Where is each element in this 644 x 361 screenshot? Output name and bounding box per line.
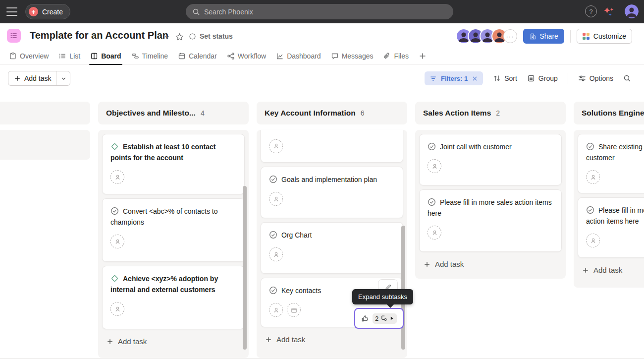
tab-label: Files [394, 52, 409, 60]
task-title-text: Joint call with customer [440, 143, 512, 151]
column-task-count: 2 [496, 109, 500, 117]
divider [570, 30, 571, 43]
partial-column-header [0, 102, 90, 124]
task-check-icon [428, 142, 436, 151]
assignee-placeholder[interactable] [110, 235, 124, 248]
board-column: Sales Action Items2Joint call with custo… [415, 102, 566, 124]
assignee-placeholder[interactable] [269, 303, 283, 317]
plus-icon [582, 267, 589, 274]
assignee-placeholder[interactable] [110, 302, 124, 316]
column-add-task-button[interactable]: Add task [265, 335, 403, 344]
caret-right-icon [389, 316, 394, 321]
set-status-button[interactable]: Set status [189, 32, 233, 40]
task-card[interactable]: Please fill in more sales action items h… [419, 189, 562, 252]
tab-files[interactable]: Files [378, 48, 414, 64]
sort-button[interactable]: Sort [493, 74, 517, 82]
tab-label: Dashboard [287, 52, 321, 60]
filter-icon [429, 75, 437, 82]
customize-label: Customize [593, 32, 626, 40]
tab-calendar[interactable]: Calendar [173, 48, 222, 64]
task-check-icon [110, 207, 119, 215]
tab-timeline[interactable]: Timeline [126, 48, 173, 64]
column-body: Establish at least 10 contact points for… [98, 130, 249, 358]
task-title-text: Key contacts [281, 287, 321, 295]
task-card[interactable]: Joint call with customer [419, 134, 562, 185]
assignee-placeholder[interactable] [586, 170, 600, 184]
tab-messages[interactable]: Messages [326, 48, 378, 64]
help-button[interactable]: ? [585, 5, 597, 17]
assignee-placeholder[interactable] [269, 139, 283, 153]
column-header[interactable]: Solutions Engineering Action Items2 [574, 102, 644, 124]
task-card[interactable]: Establish at least 10 contact points for… [102, 134, 245, 194]
tab-overview[interactable]: Overview [4, 48, 54, 64]
assignee-placeholder[interactable] [428, 226, 441, 240]
options-label: Options [590, 74, 613, 82]
more-members-button[interactable]: ··· [503, 29, 517, 43]
column-add-task-button[interactable]: Add task [582, 266, 644, 274]
assignee-placeholder[interactable] [110, 170, 124, 184]
status-circle-icon [189, 33, 196, 40]
task-card[interactable]: Achieve <xyz>% adoption by internal and … [102, 266, 245, 329]
column-header[interactable]: Objectives and Milesto...4 [98, 102, 249, 124]
building-icon [529, 33, 537, 40]
due-date-placeholder[interactable] [287, 303, 301, 317]
hamburger-menu-icon[interactable] [6, 7, 17, 16]
task-check-icon [269, 231, 277, 239]
task-check-icon [428, 198, 436, 206]
filters-chip[interactable]: Filters: 1 [425, 71, 483, 85]
assignee-placeholder[interactable] [269, 192, 283, 206]
tab-dashboard[interactable]: Dashboard [271, 48, 326, 64]
subtask-count-pill: 2 [373, 313, 397, 324]
task-card[interactable]: Key contacts2Expand subtasks [261, 278, 403, 327]
customize-button[interactable]: Customize [577, 29, 632, 44]
assignee-placeholder[interactable] [586, 234, 600, 247]
task-card[interactable]: Goals and implementation plan [261, 167, 403, 218]
assignee-placeholder[interactable] [428, 159, 441, 173]
column-scrollbar[interactable] [243, 186, 247, 350]
share-button[interactable]: Share [523, 29, 564, 44]
column-header[interactable]: Key Account Information6 [257, 102, 407, 124]
project-list-icon[interactable] [7, 29, 21, 43]
tab-label: Overview [20, 52, 49, 60]
tab-label: Workflow [238, 52, 266, 60]
task-title: Please fill in more sales action items h… [428, 197, 553, 219]
options-button[interactable]: Options [578, 74, 613, 82]
column-add-task-button[interactable]: Add task [107, 337, 245, 346]
user-avatar[interactable] [625, 4, 639, 18]
favorite-star-icon[interactable] [175, 33, 184, 41]
tab-label: Board [101, 52, 121, 60]
column-scrollbar[interactable] [401, 226, 405, 350]
expand-subtasks-tooltip: Expand subtasks [352, 289, 413, 304]
group-button[interactable]: Group [527, 74, 558, 82]
expand-subtasks-button[interactable]: 2 [354, 308, 404, 329]
add-task-dropdown-button[interactable] [56, 71, 70, 85]
task-check-icon [269, 175, 277, 183]
column-header[interactable]: Sales Action Items2 [415, 102, 566, 124]
board-toolbar: Add task Filters: 1 Sort Group [0, 64, 644, 92]
task-card[interactable]: Share existing resources with the custom… [578, 134, 644, 193]
tab-label: Calendar [189, 52, 217, 60]
title-chevron-down-icon[interactable] [163, 34, 170, 41]
sort-label: Sort [504, 74, 517, 82]
task-card[interactable]: Org Chart [261, 222, 403, 274]
tab-list[interactable]: List [54, 48, 85, 64]
column-body: Joint call with customerPlease fill in m… [415, 130, 566, 279]
page-title[interactable]: Template for an Account Plan [30, 30, 168, 41]
task-check-icon [586, 206, 594, 214]
tab-board[interactable]: Board [85, 48, 126, 64]
board-search-button[interactable] [623, 74, 631, 82]
task-title: Share existing resources with the custom… [586, 141, 644, 163]
clear-filter-icon[interactable] [472, 75, 478, 82]
task-card[interactable]: Convert <abc>% of contacts to champions [102, 198, 245, 262]
tab-add-view[interactable] [414, 48, 431, 64]
assignee-placeholder[interactable] [269, 247, 283, 261]
search-input[interactable]: Search Phoenix [186, 4, 453, 19]
tab-workflow[interactable]: Workflow [222, 48, 271, 64]
add-task-button[interactable]: Add task [8, 71, 56, 85]
task-card[interactable]: Please fill in more solutions engineer a… [578, 197, 644, 258]
board-view: Objectives and Milesto...4Establish at l… [0, 92, 644, 361]
create-button[interactable]: + Create [25, 4, 70, 19]
column-add-task-button[interactable]: Add task [424, 260, 562, 268]
ai-sparkle-icon[interactable] [602, 5, 615, 18]
task-card[interactable] [261, 130, 403, 163]
